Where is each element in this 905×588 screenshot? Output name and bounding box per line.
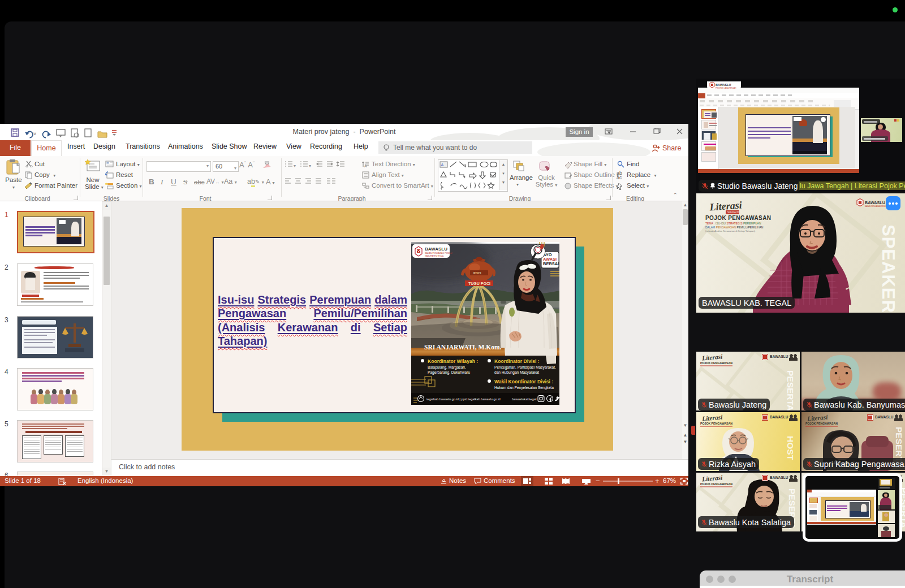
svg-text:Wakil Koordinator Divisi :: Wakil Koordinator Divisi : xyxy=(494,379,553,384)
svg-text:Volume 07: Volume 07 xyxy=(727,211,740,214)
svg-text:▾: ▾ xyxy=(309,163,311,168)
svg-text:Pencegahan, Partisipasi Masyar: Pencegahan, Partisipasi Masyarakat, xyxy=(494,365,556,370)
svg-text:A: A xyxy=(441,163,444,167)
svg-text:POJOK PENGAWASAN: POJOK PENGAWASAN xyxy=(705,215,771,221)
svg-text:PROVINSI JAWA TENGAH: PROVINSI JAWA TENGAH xyxy=(716,87,736,89)
svg-text:POCI: POCI xyxy=(473,271,481,275)
svg-text:BAWASLU: BAWASLU xyxy=(865,200,885,205)
svg-text:▾: ▾ xyxy=(294,163,296,168)
svg-text:KABUPATEN TEGAL: KABUPATEN TEGAL xyxy=(425,255,444,257)
svg-text:BAWASLU: BAWASLU xyxy=(716,83,731,87)
svg-text:Balapulang, Margasari,: Balapulang, Margasari, xyxy=(428,365,466,370)
svg-text:Pagerbarang, Dukuhwaru: Pagerbarang, Dukuhwaru xyxy=(428,370,470,375)
svg-text:BADAN PENGAWAS PEMILU: BADAN PENGAWAS PEMILU xyxy=(425,252,453,254)
svg-text:Koordinator Divisi :: Koordinator Divisi : xyxy=(494,358,540,364)
svg-text:BAWASLU: BAWASLU xyxy=(425,247,447,252)
svg-text:Hukum dan Penyelesaian Sengket: Hukum dan Penyelesaian Sengketa xyxy=(494,386,554,390)
svg-text:(sebuah Analisa Kerawanan di S: (sebuah Analisa Kerawanan di Setiap Taha… xyxy=(705,230,756,232)
svg-text:bawaslukabtegal: bawaslukabtegal xyxy=(512,397,536,401)
svg-text:dan Hubungan Masyarakat: dan Hubungan Masyarakat xyxy=(494,370,539,375)
svg-text:tegalkab.bawaslu.go.id | ppid.: tegalkab.bawaslu.go.id | ppid.tegalkab.b… xyxy=(426,397,501,401)
svg-text:BERSAMA: BERSAMA xyxy=(543,261,559,266)
svg-text:TEMA : ISU-ISU STRATEGIS PEREM: TEMA : ISU-ISU STRATEGIS PEREMPUAN xyxy=(705,222,761,225)
svg-text:Koordinator Wilayah :: Koordinator Wilayah : xyxy=(428,358,478,364)
svg-text:A: A xyxy=(364,164,367,168)
svg-text:TUGU POCI: TUGU POCI xyxy=(468,282,490,286)
svg-text:SRI ANJARWATI, M.Kom.: SRI ANJARWATI, M.Kom. xyxy=(424,344,502,351)
svg-text:DALAM PENGAWASAN PEMILU/PEMILI: DALAM PENGAWASAN PEMILU/PEMILIHAN xyxy=(705,226,764,229)
